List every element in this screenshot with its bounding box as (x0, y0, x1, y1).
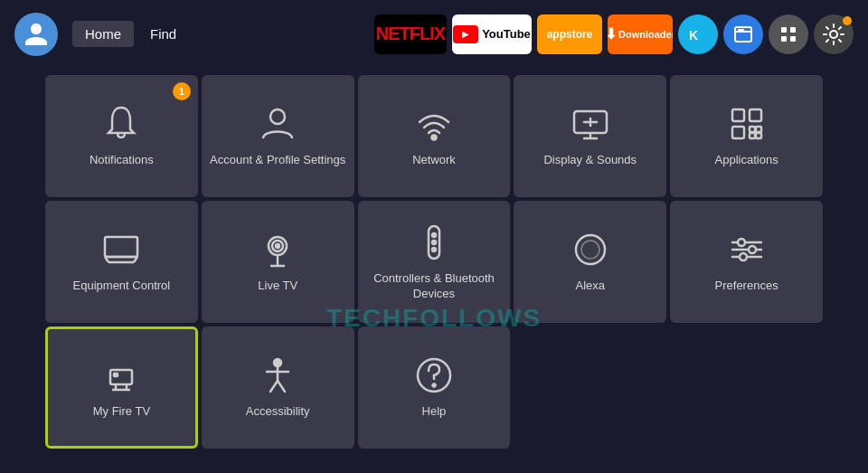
grid-item-preferences[interactable]: Preferences (670, 201, 823, 323)
svg-point-25 (432, 248, 436, 251)
svg-point-24 (432, 241, 436, 244)
accessibility-icon (258, 355, 297, 395)
svg-point-27 (581, 241, 599, 259)
alexa-icon (571, 230, 610, 270)
alexa-label: Alexa (571, 279, 611, 294)
account-label: Account & Profile Settings (204, 153, 351, 168)
settings-button[interactable] (814, 14, 854, 54)
myfiretv-label: My Fire TV (88, 404, 156, 420)
svg-point-26 (576, 235, 605, 264)
svg-rect-18 (105, 237, 137, 257)
svg-rect-2 (738, 29, 744, 32)
notifications-label: Notifications (84, 153, 159, 168)
appstore-label: appstore (547, 28, 593, 41)
downloader-button[interactable]: ⬇ Downloader (608, 14, 673, 54)
bell-icon (101, 104, 141, 144)
remote-icon (414, 222, 454, 262)
grid-item-display-sounds[interactable]: Display & Sounds (514, 75, 666, 197)
grid-item-help[interactable]: Help (358, 326, 511, 449)
svg-point-28 (738, 239, 745, 246)
youtube-label: YouTube (482, 27, 531, 41)
svg-rect-11 (732, 109, 744, 121)
display-sounds-label: Display & Sounds (538, 153, 642, 168)
wifi-icon (414, 104, 454, 144)
svg-point-8 (270, 109, 285, 124)
antenna-icon (258, 230, 297, 270)
grid-item-accessibility[interactable]: Accessibility (202, 326, 354, 449)
svg-point-9 (431, 136, 436, 140)
top-navigation: Home Find NETFLIX YouTube appstore ⬇ Dow… (0, 0, 868, 68)
help-label: Help (417, 404, 452, 420)
svg-rect-6 (790, 36, 796, 42)
filer-button[interactable] (723, 14, 763, 54)
accessibility-label: Accessibility (241, 404, 316, 420)
svg-text:K: K (689, 28, 698, 43)
svg-point-23 (432, 233, 436, 237)
nav-home[interactable]: Home (72, 21, 134, 47)
livetv-label: Live TV (252, 279, 303, 294)
netflix-button[interactable]: NETFLIX (374, 14, 447, 54)
netflix-label: NETFLIX (376, 24, 445, 44)
kodi-button[interactable]: K (678, 14, 718, 54)
svg-rect-4 (790, 27, 796, 33)
firetv-icon (101, 355, 141, 395)
svg-rect-15 (756, 127, 761, 132)
grid-item-controllers[interactable]: Controllers & Bluetooth Devices (358, 201, 511, 323)
nav-links: Home Find (72, 21, 189, 47)
youtube-icon (453, 25, 478, 43)
grid-item-applications[interactable]: Applications (670, 75, 823, 197)
grid-item-equipment[interactable]: Equipment Control (45, 201, 198, 323)
settings-grid: 1 Notifications Account & Profile Settin… (0, 68, 868, 456)
svg-rect-16 (750, 133, 755, 138)
applications-label: Applications (710, 153, 784, 168)
appstore-button[interactable]: appstore (537, 14, 602, 54)
grid-item-myfiretv[interactable]: My Fire TV (45, 326, 198, 449)
network-label: Network (407, 153, 461, 168)
svg-rect-13 (732, 127, 744, 138)
svg-point-7 (830, 31, 837, 38)
svg-point-29 (749, 246, 756, 253)
preferences-label: Preferences (710, 279, 784, 294)
apps-icon (727, 104, 767, 144)
grid-item-alexa[interactable]: Alexa (514, 201, 666, 323)
person-icon (258, 104, 297, 144)
grid-item-livetv[interactable]: Live TV (202, 201, 354, 323)
equipment-label: Equipment Control (68, 279, 176, 294)
grid-item-notifications[interactable]: 1 Notifications (45, 75, 198, 197)
notifications-badge: 1 (173, 82, 191, 100)
downloader-label: Downloader (618, 29, 673, 40)
svg-point-21 (276, 244, 279, 248)
display-icon (571, 104, 610, 144)
grid-button[interactable] (769, 14, 808, 54)
controllers-label: Controllers & Bluetooth Devices (358, 271, 511, 302)
svg-rect-3 (781, 27, 787, 33)
svg-rect-32 (114, 374, 118, 376)
svg-rect-17 (756, 133, 761, 138)
svg-rect-5 (781, 36, 787, 42)
youtube-button[interactable]: YouTube (452, 14, 532, 54)
svg-point-30 (740, 253, 747, 260)
grid-item-account[interactable]: Account & Profile Settings (202, 75, 354, 197)
settings-notification-dot (843, 16, 852, 25)
grid-item-network[interactable]: Network (358, 75, 511, 197)
svg-point-35 (432, 384, 435, 387)
tv-icon (101, 230, 141, 270)
help-icon (414, 355, 454, 395)
svg-rect-14 (750, 127, 755, 132)
app-shortcuts: NETFLIX YouTube appstore ⬇ Downloader K (374, 14, 854, 54)
svg-rect-12 (750, 109, 761, 121)
sliders-icon (727, 230, 767, 270)
avatar[interactable] (14, 13, 58, 56)
downloader-icon: ⬇ (608, 25, 617, 43)
nav-find[interactable]: Find (137, 21, 189, 47)
